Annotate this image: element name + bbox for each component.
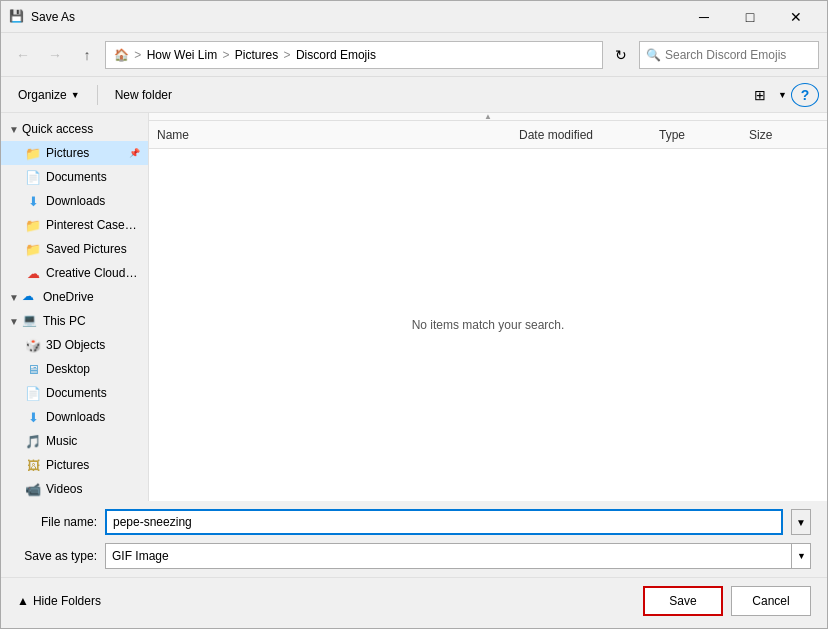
save-type-row: Save as type: GIF Image ▼ [1,539,827,577]
onedrive-label: OneDrive [43,290,94,304]
sidebar-item-documents[interactable]: 📄 Documents [1,165,148,189]
sidebar-item-label: Pictures [46,146,89,160]
sidebar-item-label: Desktop [46,362,90,376]
folder-icon: 📁 [25,241,41,257]
toolbar-separator [97,85,98,105]
column-type[interactable]: Type [659,128,749,142]
onedrive-icon: ☁ [22,289,38,305]
hide-folders-button[interactable]: ▲ Hide Folders [17,594,101,608]
search-icon: 🔍 [646,48,661,62]
sidebar-item-downloads-pc[interactable]: ⬇ Downloads [1,405,148,429]
file-name-dropdown-button[interactable]: ▼ [791,509,811,535]
save-type-select[interactable]: GIF Image [105,543,811,569]
sidebar-item-videos[interactable]: 📹 Videos [1,477,148,501]
sidebar-item-onedrive[interactable]: ▼ ☁ OneDrive [1,285,148,309]
sidebar-item-label: Downloads [46,410,105,424]
sidebar-item-label: Pictures [46,458,89,472]
folder-icon: 📁 [25,145,41,161]
pin-icon: 📌 [129,148,140,158]
sidebar-item-pictures-pc[interactable]: 🖼 Pictures [1,453,148,477]
cancel-button-label: Cancel [752,594,789,608]
back-button[interactable]: ← [9,41,37,69]
column-name[interactable]: Name [157,128,519,142]
sidebar-section-quick-access[interactable]: ▼ Quick access [1,117,148,141]
sidebar-item-label: Saved Pictures [46,242,127,256]
column-date-modified[interactable]: Date modified [519,128,659,142]
sidebar-item-label: Music [46,434,77,448]
save-button[interactable]: Save [643,586,723,616]
sidebar-item-label: Creative Cloud Fil... [46,266,140,280]
breadcrumb[interactable]: 🏠 > How Wei Lim > Pictures > Discord Emo… [105,41,603,69]
new-folder-button[interactable]: New folder [106,83,181,107]
save-button-label: Save [669,594,696,608]
title-bar: 💾 Save As ─ □ ✕ [1,1,827,33]
forward-button[interactable]: → [41,41,69,69]
sidebar-item-thispc[interactable]: ▼ 💻 This PC [1,309,148,333]
file-name-input[interactable] [105,509,783,535]
new-folder-label: New folder [115,88,172,102]
3d-objects-icon: 🎲 [25,337,41,353]
cancel-button[interactable]: Cancel [731,586,811,616]
bottom-section: File name: ▼ Save as type: GIF Image ▼ ▲… [1,501,827,628]
sidebar-item-label: Videos [46,482,82,496]
folder-icon: 📁 [25,217,41,233]
window-controls: ─ □ ✕ [681,1,819,33]
sidebar-item-pictures[interactable]: 📁 Pictures 📌 [1,141,148,165]
quick-access-label: Quick access [22,122,93,136]
music-icon: 🎵 [25,433,41,449]
view-toggle-button[interactable]: ⊞ [746,83,774,107]
sidebar-item-music[interactable]: 🎵 Music [1,429,148,453]
videos-icon: 📹 [25,481,41,497]
thispc-icon: 💻 [22,313,38,329]
search-input[interactable] [665,48,815,62]
breadcrumb-part-1: How Wei Lim [147,48,217,62]
creative-cloud-icon: ☁ [25,265,41,281]
organize-button[interactable]: Organize ▼ [9,83,89,107]
scroll-up-indicator[interactable]: ▲ [149,113,827,121]
sidebar-item-desktop[interactable]: 🖥 Desktop [1,357,148,381]
hide-folders-label: Hide Folders [33,594,101,608]
refresh-button[interactable]: ↻ [607,41,635,69]
sidebar-item-label: 3D Objects [46,338,105,352]
sidebar-item-creative-cloud[interactable]: ☁ Creative Cloud Fil... [1,261,148,285]
breadcrumb-home-icon: 🏠 [114,48,129,62]
sidebar-item-downloads-quick[interactable]: ⬇ Downloads [1,189,148,213]
sidebar-item-pinterest[interactable]: 📁 Pinterest Case St... [1,213,148,237]
hide-folders-chevron-icon: ▲ [17,594,29,608]
close-button[interactable]: ✕ [773,1,819,33]
window-icon: 💾 [9,9,25,25]
sidebar-item-saved-pictures[interactable]: 📁 Saved Pictures [1,237,148,261]
window-title: Save As [31,10,681,24]
downloads-pc-icon: ⬇ [25,409,41,425]
toolbar: Organize ▼ New folder ⊞ ▼ ? [1,77,827,113]
save-as-dialog: 💾 Save As ─ □ ✕ ← → ↑ 🏠 > How Wei Lim > … [0,0,828,629]
pictures-pc-icon: 🖼 [25,457,41,473]
help-button[interactable]: ? [791,83,819,107]
action-buttons: Save Cancel [643,586,811,616]
empty-message-text: No items match your search. [412,318,565,332]
search-bar: 🔍 [639,41,819,69]
breadcrumb-part-2: Pictures [235,48,278,62]
content-list: No items match your search. [149,149,827,501]
documents-pc-icon: 📄 [25,385,41,401]
main-content: ▼ Quick access 📁 Pictures 📌 📄 Documents … [1,113,827,501]
sidebar-item-3dobjects[interactable]: 🎲 3D Objects [1,333,148,357]
minimize-button[interactable]: ─ [681,1,727,33]
save-type-wrapper: GIF Image ▼ [105,543,811,569]
thispc-label: This PC [43,314,86,328]
file-name-row: File name: ▼ [1,501,827,539]
sidebar-item-label: Documents [46,170,107,184]
up-button[interactable]: ↑ [73,41,101,69]
sidebar-item-documents-pc[interactable]: 📄 Documents [1,381,148,405]
address-bar: ← → ↑ 🏠 > How Wei Lim > Pictures > Disco… [1,33,827,77]
toolbar-right: ⊞ ▼ ? [746,83,819,107]
sidebar: ▼ Quick access 📁 Pictures 📌 📄 Documents … [1,113,149,501]
maximize-button[interactable]: □ [727,1,773,33]
empty-state-message: No items match your search. [149,153,827,497]
breadcrumb-part-3: Discord Emojis [296,48,376,62]
view-chevron-icon: ▼ [778,90,787,100]
file-name-input-wrapper [105,509,783,535]
desktop-icon: 🖥 [25,361,41,377]
thispc-chevron-icon: ▼ [9,316,19,327]
column-size[interactable]: Size [749,128,819,142]
